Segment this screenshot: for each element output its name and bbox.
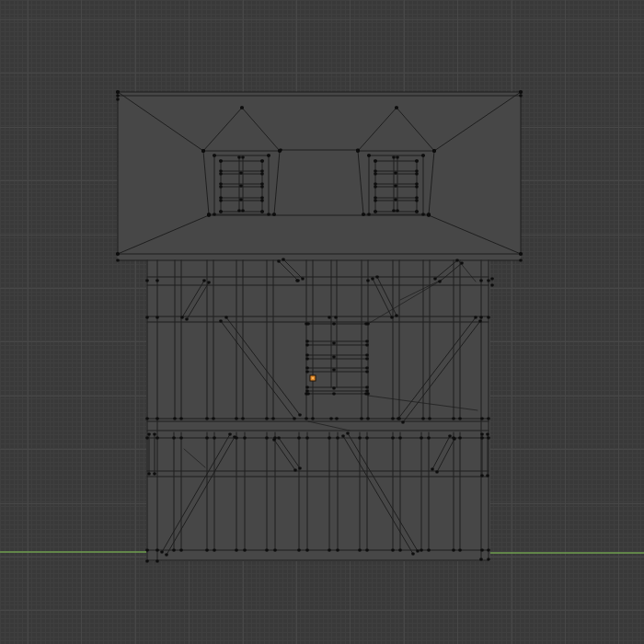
scene-canvas[interactable] bbox=[0, 0, 644, 644]
object-origin-dot bbox=[310, 375, 316, 382]
viewport-3d[interactable] bbox=[0, 0, 644, 644]
